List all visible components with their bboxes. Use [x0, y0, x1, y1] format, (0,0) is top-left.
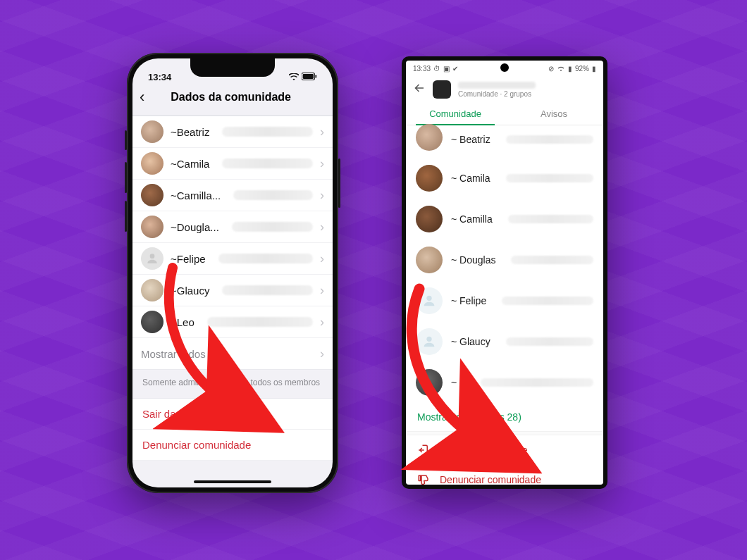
- avatar: [141, 311, 163, 333]
- community-avatar[interactable]: [433, 80, 451, 99]
- iphone-frame: 13:34 ‹ Dados da comunidade ~Beatriz ›: [127, 53, 338, 493]
- community-name-blur: [458, 82, 536, 89]
- member-row[interactable]: ~Leo ›: [132, 306, 333, 338]
- chevron-right-icon: ›: [320, 188, 324, 203]
- member-row[interactable]: ~ L: [406, 362, 603, 403]
- member-status-blur: [506, 135, 593, 144]
- tab-community[interactable]: Comunidade: [406, 103, 505, 125]
- report-community-button[interactable]: Denunciar comunidade: [406, 465, 603, 485]
- member-row[interactable]: ~ Felipe: [406, 280, 603, 321]
- battery-icon: ▮: [592, 65, 596, 73]
- member-row[interactable]: ~Dougla... ›: [132, 211, 333, 243]
- svg-rect-2: [315, 75, 316, 77]
- android-punch-hole: [500, 63, 509, 72]
- member-status-blur: [218, 254, 313, 263]
- background-pattern: [0, 0, 747, 560]
- member-name: ~Beatriz: [171, 126, 209, 138]
- tab-notices[interactable]: Avisos: [505, 103, 603, 125]
- member-status-blur: [222, 285, 313, 295]
- report-community-button[interactable]: Denunciar comunidade: [132, 430, 333, 461]
- clock-icon: ⏱: [433, 65, 440, 73]
- back-button[interactable]: [413, 82, 426, 97]
- leave-community-button[interactable]: Sair da comunidade: [132, 399, 333, 430]
- svg-point-5: [426, 337, 431, 342]
- member-name: ~ L: [451, 377, 465, 388]
- android-time: 13:33: [413, 65, 431, 73]
- member-name: ~ Camila: [451, 173, 490, 184]
- member-status-blur: [502, 297, 593, 305]
- member-status-blur: [207, 317, 313, 327]
- signal-icon: ▮: [568, 65, 572, 73]
- dnd-icon: ⊘: [548, 65, 554, 73]
- android-header: Comunidade · 2 grupos: [406, 76, 603, 103]
- chevron-right-icon: ›: [320, 220, 324, 235]
- home-indicator[interactable]: [194, 480, 271, 483]
- member-name: ~Dougla...: [171, 221, 219, 233]
- android-member-list[interactable]: ~ Beatriz ~ Camila ~ Camilla ~ Douglas: [406, 125, 603, 403]
- member-row[interactable]: ~ Camilla: [406, 199, 603, 239]
- report-label: Denunciar comunidade: [440, 474, 541, 485]
- member-row[interactable]: ~Glaucy ›: [132, 275, 333, 306]
- person-icon: [421, 334, 437, 349]
- show-all-button[interactable]: Mostrar todos (mais 28): [406, 403, 603, 431]
- member-status-blur: [222, 158, 313, 168]
- member-status-blur: [506, 174, 593, 182]
- member-name: ~ Camilla: [451, 213, 493, 225]
- avatar: [141, 216, 163, 238]
- member-row[interactable]: ~ Beatriz: [406, 125, 603, 158]
- exit-icon: [417, 444, 430, 456]
- avatar: [141, 120, 163, 143]
- member-row[interactable]: ~Camila ›: [132, 148, 333, 180]
- member-name: ~Leo: [171, 316, 195, 328]
- show-all-label: Mostrar todos: [141, 348, 206, 360]
- ios-time: 13:34: [148, 72, 171, 82]
- iphone-notch: [190, 58, 275, 77]
- member-name: ~ Douglas: [451, 254, 495, 266]
- member-name: ~Glaucy: [171, 285, 209, 297]
- member-name: ~ Beatriz: [451, 134, 490, 145]
- member-status-blur: [222, 127, 313, 137]
- leave-community-button[interactable]: Sair da comunidade: [406, 435, 603, 465]
- member-row[interactable]: ~ Douglas: [406, 239, 603, 280]
- avatar: [416, 206, 443, 232]
- tabs: Comunidade Avisos: [406, 103, 603, 125]
- member-row[interactable]: ~ Glaucy: [406, 321, 603, 362]
- member-row[interactable]: ~Felipe ›: [132, 243, 333, 275]
- member-list[interactable]: ~Beatriz › ~Camila › ~Camilla... › ~Doug…: [132, 116, 333, 370]
- member-status-blur: [481, 378, 593, 387]
- android-screen: 13:33 ⏱ ▣ ✔ ⊘ ▮ 92% ▮ Comunid: [406, 61, 603, 485]
- member-status-blur: [506, 337, 593, 346]
- iphone-screen: 13:34 ‹ Dados da comunidade ~Beatriz ›: [132, 58, 333, 487]
- chevron-right-icon: ›: [320, 283, 324, 298]
- person-icon: [421, 293, 437, 309]
- svg-point-4: [426, 296, 431, 301]
- person-icon: [145, 251, 159, 266]
- avatar: [416, 369, 443, 396]
- member-name: ~Camilla...: [171, 189, 221, 201]
- member-row[interactable]: ~Beatriz ›: [132, 116, 333, 148]
- community-subtitle: Comunidade · 2 grupos: [458, 90, 536, 98]
- wifi-icon: [289, 72, 299, 82]
- member-name: ~ Felipe: [451, 295, 486, 306]
- member-status-blur: [233, 190, 313, 200]
- avatar-placeholder: [141, 247, 163, 270]
- avatar: [416, 165, 443, 192]
- member-row[interactable]: ~Camilla... ›: [132, 180, 333, 211]
- member-status-blur: [508, 215, 593, 223]
- member-row[interactable]: ~ Camila: [406, 158, 603, 199]
- battery-icon: [302, 72, 317, 82]
- app-icon: ▣: [443, 65, 450, 73]
- show-all-row[interactable]: Mostrar todos ›: [132, 338, 333, 369]
- chevron-right-icon: ›: [320, 251, 324, 266]
- battery-label: 92%: [575, 65, 589, 73]
- member-name: ~Camila: [171, 158, 209, 170]
- member-status-blur: [511, 256, 593, 264]
- leave-label: Sair da comunidade: [440, 444, 528, 456]
- member-name: ~Felipe: [171, 253, 206, 265]
- chevron-right-icon: ›: [320, 125, 324, 139]
- page-title: Dados da comunidade: [136, 91, 326, 104]
- android-frame: 13:33 ⏱ ▣ ✔ ⊘ ▮ 92% ▮ Comunid: [402, 56, 607, 489]
- chevron-right-icon: ›: [320, 156, 324, 171]
- chevron-right-icon: ›: [320, 315, 324, 330]
- wifi-icon: [557, 65, 565, 73]
